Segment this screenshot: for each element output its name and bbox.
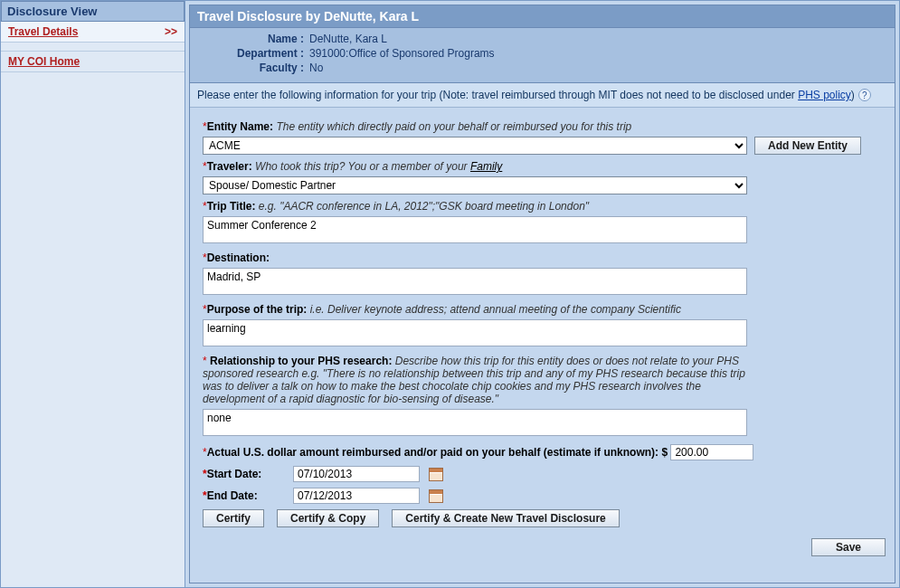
trip-title-label: *Trip Title: e.g. "AACR conference in LA…: [203, 200, 882, 213]
purpose-input[interactable]: [203, 319, 747, 346]
destination-label: *Destination:: [203, 251, 882, 264]
info-block: Name : DeNutte, Kara L Department : 3910…: [190, 28, 895, 83]
page-title: Travel Disclosure by DeNutte, Kara L: [190, 5, 895, 28]
sidebar-item-my-coi-home[interactable]: MY COI Home: [1, 52, 185, 72]
calendar-icon[interactable]: [429, 468, 443, 481]
trip-title-input[interactable]: [203, 216, 747, 243]
destination-input[interactable]: [203, 268, 747, 295]
relationship-input[interactable]: [203, 409, 747, 436]
traveler-select[interactable]: Spouse/ Domestic Partner: [203, 176, 747, 194]
end-date-label: *End Date:: [203, 489, 284, 502]
certify-copy-button[interactable]: Certify & Copy: [277, 509, 379, 527]
info-value-faculty: No: [304, 61, 323, 75]
traveler-label: *Traveler: Who took this trip? You or a …: [203, 160, 882, 173]
instruction-bar: Please enter the following information f…: [190, 83, 895, 108]
help-icon[interactable]: ?: [858, 89, 871, 101]
purpose-label: *Purpose of the trip: i.e. Deliver keyno…: [203, 303, 882, 316]
amount-input[interactable]: [670, 444, 753, 460]
info-label-name: Name :: [195, 32, 304, 46]
calendar-icon[interactable]: [429, 489, 443, 503]
info-label-department: Department :: [195, 46, 304, 61]
certify-button[interactable]: Certify: [203, 509, 264, 527]
phs-policy-link[interactable]: PHS policy: [798, 89, 851, 101]
info-value-department: 391000:Office of Sponsored Programs: [304, 46, 495, 61]
start-date-label: *Start Date:: [203, 468, 284, 480]
entity-name-label: *Entity Name: The entity which directly …: [203, 120, 882, 133]
add-new-entity-button[interactable]: Add New Entity: [754, 137, 861, 155]
chevron-right-icon: >>: [165, 25, 177, 38]
sidebar-header: Disclosure View: [1, 1, 185, 22]
sidebar-link-travel-details[interactable]: Travel Details: [8, 25, 78, 38]
amount-label: *Actual U.S. dollar amount reimbursed an…: [203, 446, 670, 459]
sidebar-item-travel-details[interactable]: Travel Details >>: [1, 22, 185, 43]
certify-create-new-button[interactable]: Certify & Create New Travel Disclosure: [392, 509, 619, 527]
sidebar: Disclosure View Travel Details >> MY COI…: [1, 1, 185, 587]
info-value-name: DeNutte, Kara L: [304, 32, 387, 46]
start-date-input[interactable]: [293, 466, 420, 482]
family-link[interactable]: Family: [470, 160, 502, 173]
save-button[interactable]: Save: [811, 538, 886, 556]
entity-name-select[interactable]: ACME: [203, 137, 747, 155]
instruction-text: Please enter the following information f…: [197, 89, 855, 101]
relationship-label: * Relationship to your PHS research: Des…: [203, 355, 754, 405]
end-date-input[interactable]: [293, 488, 420, 504]
sidebar-link-my-coi-home[interactable]: MY COI Home: [8, 55, 80, 68]
info-label-faculty: Faculty :: [195, 61, 304, 75]
